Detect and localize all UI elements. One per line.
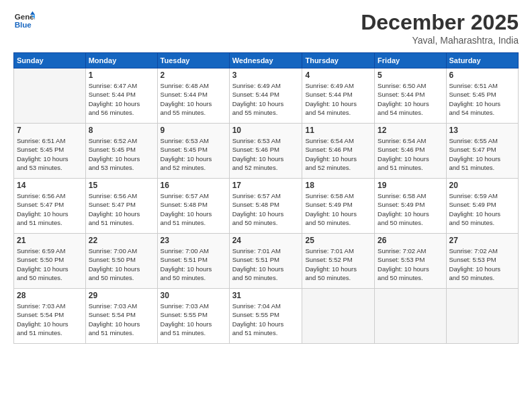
calendar-cell: 30Sunrise: 7:03 AM Sunset: 5:55 PM Dayli… (157, 289, 229, 344)
svg-text:Blue: Blue (15, 21, 32, 29)
calendar-week-row: 28Sunrise: 7:03 AM Sunset: 5:54 PM Dayli… (14, 289, 519, 344)
calendar-week-row: 14Sunrise: 6:56 AM Sunset: 5:47 PM Dayli… (14, 179, 519, 234)
day-info: Sunrise: 6:56 AM Sunset: 5:47 PM Dayligh… (17, 191, 83, 227)
day-number: 1 (89, 71, 154, 80)
weekday-header: Tuesday (157, 53, 229, 68)
calendar-cell: 3Sunrise: 6:49 AM Sunset: 5:44 PM Daylig… (229, 68, 302, 124)
day-info: Sunrise: 7:02 AM Sunset: 5:53 PM Dayligh… (378, 246, 443, 282)
location: Yaval, Maharashtra, India (361, 35, 519, 46)
day-info: Sunrise: 6:51 AM Sunset: 5:45 PM Dayligh… (17, 136, 83, 172)
day-info: Sunrise: 6:54 AM Sunset: 5:46 PM Dayligh… (305, 136, 371, 172)
day-info: Sunrise: 7:01 AM Sunset: 5:52 PM Dayligh… (305, 246, 371, 282)
day-number: 28 (17, 291, 83, 300)
calendar-cell: 29Sunrise: 7:03 AM Sunset: 5:54 PM Dayli… (85, 289, 157, 344)
day-number: 20 (449, 181, 515, 190)
day-number: 2 (161, 71, 226, 80)
day-info: Sunrise: 6:56 AM Sunset: 5:47 PM Dayligh… (89, 191, 154, 227)
day-info: Sunrise: 6:57 AM Sunset: 5:48 PM Dayligh… (232, 191, 300, 227)
calendar-cell: 11Sunrise: 6:54 AM Sunset: 5:46 PM Dayli… (302, 124, 375, 179)
day-number: 14 (17, 181, 83, 190)
calendar-cell: 1Sunrise: 6:47 AM Sunset: 5:44 PM Daylig… (85, 68, 157, 124)
calendar-cell: 13Sunrise: 6:55 AM Sunset: 5:47 PM Dayli… (446, 124, 518, 179)
calendar-cell: 5Sunrise: 6:50 AM Sunset: 5:44 PM Daylig… (375, 68, 446, 124)
calendar-cell (14, 68, 86, 124)
weekday-header: Friday (375, 53, 446, 68)
day-number: 25 (305, 236, 371, 245)
calendar-cell: 19Sunrise: 6:58 AM Sunset: 5:49 PM Dayli… (375, 179, 446, 234)
day-info: Sunrise: 7:04 AM Sunset: 5:55 PM Dayligh… (232, 302, 300, 337)
calendar-cell: 15Sunrise: 6:56 AM Sunset: 5:47 PM Dayli… (85, 179, 157, 234)
day-info: Sunrise: 6:49 AM Sunset: 5:44 PM Dayligh… (232, 81, 300, 117)
title-block: December 2025 Yaval, Maharashtra, India (361, 10, 519, 46)
calendar-cell: 24Sunrise: 7:01 AM Sunset: 5:51 PM Dayli… (229, 234, 302, 289)
calendar-cell: 22Sunrise: 7:00 AM Sunset: 5:50 PM Dayli… (85, 234, 157, 289)
day-number: 23 (161, 236, 226, 245)
day-number: 7 (17, 126, 83, 135)
logo-icon: General Blue (13, 10, 35, 32)
calendar-cell (446, 289, 518, 344)
day-info: Sunrise: 7:03 AM Sunset: 5:55 PM Dayligh… (161, 302, 226, 337)
page: General Blue December 2025 Yaval, Mahara… (0, 0, 532, 411)
calendar-cell: 9Sunrise: 6:53 AM Sunset: 5:45 PM Daylig… (157, 124, 229, 179)
day-number: 22 (89, 236, 154, 245)
weekday-header-row: SundayMondayTuesdayWednesdayThursdayFrid… (14, 53, 519, 68)
weekday-header: Wednesday (229, 53, 302, 68)
day-number: 17 (232, 181, 300, 190)
calendar-cell (302, 289, 375, 344)
day-number: 5 (378, 71, 443, 80)
day-number: 6 (449, 71, 515, 80)
calendar-cell: 23Sunrise: 7:00 AM Sunset: 5:51 PM Dayli… (157, 234, 229, 289)
calendar-week-row: 7Sunrise: 6:51 AM Sunset: 5:45 PM Daylig… (14, 124, 519, 179)
day-info: Sunrise: 6:54 AM Sunset: 5:46 PM Dayligh… (378, 136, 443, 172)
calendar-cell: 10Sunrise: 6:53 AM Sunset: 5:46 PM Dayli… (229, 124, 302, 179)
day-number: 21 (17, 236, 83, 245)
day-info: Sunrise: 7:00 AM Sunset: 5:51 PM Dayligh… (161, 246, 226, 282)
day-number: 29 (89, 291, 154, 300)
day-number: 11 (305, 126, 371, 135)
day-number: 18 (305, 181, 371, 190)
calendar-cell: 27Sunrise: 7:02 AM Sunset: 5:53 PM Dayli… (446, 234, 518, 289)
calendar-cell: 25Sunrise: 7:01 AM Sunset: 5:52 PM Dayli… (302, 234, 375, 289)
calendar-cell: 18Sunrise: 6:58 AM Sunset: 5:49 PM Dayli… (302, 179, 375, 234)
day-info: Sunrise: 6:48 AM Sunset: 5:44 PM Dayligh… (161, 81, 226, 117)
calendar-cell: 6Sunrise: 6:51 AM Sunset: 5:45 PM Daylig… (446, 68, 518, 124)
calendar-cell: 20Sunrise: 6:59 AM Sunset: 5:49 PM Dayli… (446, 179, 518, 234)
day-info: Sunrise: 7:02 AM Sunset: 5:53 PM Dayligh… (449, 246, 515, 282)
calendar-cell: 17Sunrise: 6:57 AM Sunset: 5:48 PM Dayli… (229, 179, 302, 234)
calendar-cell: 8Sunrise: 6:52 AM Sunset: 5:45 PM Daylig… (85, 124, 157, 179)
day-number: 8 (89, 126, 154, 135)
day-number: 3 (232, 71, 300, 80)
calendar-cell: 31Sunrise: 7:04 AM Sunset: 5:55 PM Dayli… (229, 289, 302, 344)
day-number: 24 (232, 236, 300, 245)
weekday-header: Sunday (14, 53, 86, 68)
day-number: 12 (378, 126, 443, 135)
weekday-header: Saturday (446, 53, 518, 68)
header: General Blue December 2025 Yaval, Mahara… (13, 10, 519, 46)
day-info: Sunrise: 6:47 AM Sunset: 5:44 PM Dayligh… (89, 81, 154, 117)
calendar-cell: 14Sunrise: 6:56 AM Sunset: 5:47 PM Dayli… (14, 179, 86, 234)
day-info: Sunrise: 6:53 AM Sunset: 5:46 PM Dayligh… (232, 136, 300, 172)
logo: General Blue (13, 10, 35, 32)
calendar-cell: 28Sunrise: 7:03 AM Sunset: 5:54 PM Dayli… (14, 289, 86, 344)
day-info: Sunrise: 6:55 AM Sunset: 5:47 PM Dayligh… (449, 136, 515, 172)
calendar-cell: 7Sunrise: 6:51 AM Sunset: 5:45 PM Daylig… (14, 124, 86, 179)
calendar-week-row: 21Sunrise: 6:59 AM Sunset: 5:50 PM Dayli… (14, 234, 519, 289)
calendar-cell: 12Sunrise: 6:54 AM Sunset: 5:46 PM Dayli… (375, 124, 446, 179)
calendar-cell: 26Sunrise: 7:02 AM Sunset: 5:53 PM Dayli… (375, 234, 446, 289)
day-number: 16 (161, 181, 226, 190)
day-number: 19 (378, 181, 443, 190)
day-info: Sunrise: 7:00 AM Sunset: 5:50 PM Dayligh… (89, 246, 154, 282)
day-info: Sunrise: 6:51 AM Sunset: 5:45 PM Dayligh… (449, 81, 515, 117)
calendar-cell: 4Sunrise: 6:49 AM Sunset: 5:44 PM Daylig… (302, 68, 375, 124)
calendar-week-row: 1Sunrise: 6:47 AM Sunset: 5:44 PM Daylig… (14, 68, 519, 124)
day-info: Sunrise: 7:03 AM Sunset: 5:54 PM Dayligh… (17, 302, 83, 337)
day-number: 30 (161, 291, 226, 300)
day-info: Sunrise: 6:57 AM Sunset: 5:48 PM Dayligh… (161, 191, 226, 227)
day-info: Sunrise: 6:52 AM Sunset: 5:45 PM Dayligh… (89, 136, 154, 172)
day-number: 10 (232, 126, 300, 135)
day-info: Sunrise: 6:58 AM Sunset: 5:49 PM Dayligh… (378, 191, 443, 227)
day-number: 9 (161, 126, 226, 135)
day-number: 15 (89, 181, 154, 190)
day-info: Sunrise: 6:49 AM Sunset: 5:44 PM Dayligh… (305, 81, 371, 117)
day-number: 4 (305, 71, 371, 80)
